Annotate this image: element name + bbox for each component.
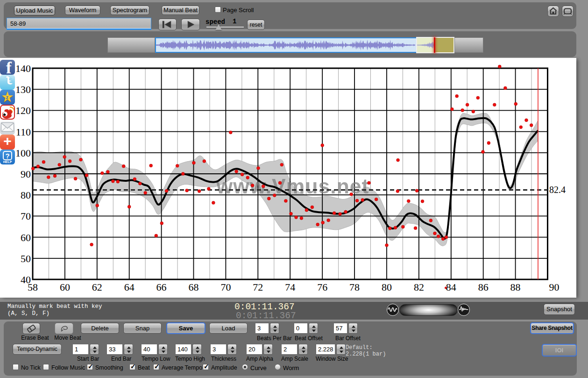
svg-text:88: 88	[510, 281, 521, 293]
svg-text:82: 82	[414, 281, 424, 293]
svg-text:?: ?	[5, 152, 9, 160]
svg-text:50: 50	[21, 253, 31, 264]
svg-text:60: 60	[21, 232, 31, 243]
svg-text:100: 100	[15, 147, 31, 159]
svg-text:HELP: HELP	[3, 160, 12, 164]
svg-text:58: 58	[28, 281, 38, 293]
svg-text:120: 120	[15, 105, 31, 116]
svg-text:84: 84	[446, 281, 456, 293]
svg-text:80: 80	[382, 281, 392, 293]
svg-text:62: 62	[92, 281, 102, 293]
svg-text:130: 130	[15, 84, 31, 95]
svg-text:70: 70	[21, 210, 31, 222]
svg-text:90: 90	[549, 281, 560, 293]
svg-text:76: 76	[317, 281, 327, 293]
svg-text:64: 64	[124, 281, 135, 293]
svg-text:60: 60	[60, 281, 70, 293]
svg-text:82.4: 82.4	[549, 185, 566, 195]
svg-text:74: 74	[285, 281, 295, 293]
svg-text:86: 86	[478, 281, 489, 293]
svg-text:www.Vmus.net: www.Vmus.net	[216, 175, 369, 198]
svg-text:68: 68	[189, 281, 199, 293]
svg-text:80: 80	[21, 189, 31, 201]
svg-text:70: 70	[220, 281, 231, 293]
svg-text:66: 66	[156, 281, 167, 293]
svg-text:90: 90	[21, 168, 31, 180]
svg-text:140: 140	[15, 63, 31, 74]
svg-text:72: 72	[253, 281, 263, 293]
svg-text:110: 110	[16, 126, 31, 138]
svg-text:78: 78	[349, 281, 360, 293]
